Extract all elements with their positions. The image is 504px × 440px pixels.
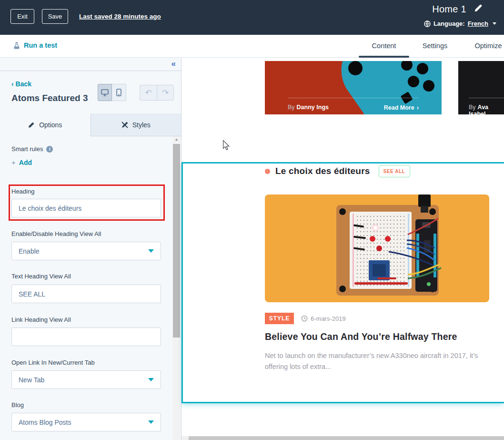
device-preview-toggle <box>98 84 126 101</box>
editor-topbar: Exit Save Last saved 28 minutes ago Home… <box>0 0 504 35</box>
editor-toolbar: Run a test Content Settings Optimize <box>0 35 504 58</box>
tab-styles[interactable]: Styles <box>91 113 181 136</box>
back-link[interactable]: ‹ Back <box>11 80 31 88</box>
language-selector[interactable]: Language: French <box>424 20 496 27</box>
post-date: 6-mars-2019 <box>301 315 346 322</box>
heading-input[interactable] <box>11 199 161 217</box>
desktop-icon <box>101 89 109 96</box>
category-tag[interactable]: STYLE <box>265 313 294 324</box>
last-saved-link[interactable]: Last saved 28 minutes ago <box>79 13 161 20</box>
redo-button[interactable]: ↷ <box>157 85 173 100</box>
link-view-all-input[interactable] <box>11 327 161 346</box>
see-all-button[interactable]: SEE ALL <box>379 165 410 177</box>
tab-settings[interactable]: Settings <box>423 42 447 50</box>
horizontal-scrollbar-thumb[interactable] <box>189 436 504 440</box>
sidebar-tabs: Options Styles <box>0 113 181 136</box>
ring-bullet-icon <box>265 169 270 174</box>
link-view-all-label: Link Heading View All <box>11 316 71 323</box>
post-title-link[interactable]: Believe You Can And You’re Halfway There <box>265 331 457 342</box>
chevron-down-icon <box>148 378 154 381</box>
sidebar-collapse-strip: « <box>0 58 181 71</box>
text-view-all-input[interactable] <box>11 285 161 303</box>
sidebar-scrollbar: ▲ <box>172 136 181 440</box>
clock-icon <box>301 315 308 322</box>
heading-field-label: Heading <box>11 188 34 195</box>
language-value[interactable]: French <box>468 20 488 27</box>
horizontal-scrollbar <box>181 436 504 440</box>
post-excerpt: Net to launch on the manufacturer’s new … <box>265 350 493 372</box>
undo-redo-group: ↶ ↷ <box>140 85 174 101</box>
tab-options[interactable]: Options <box>0 113 91 136</box>
chevron-right-icon: › <box>417 104 419 111</box>
globe-icon <box>424 20 431 27</box>
redo-icon: ↷ <box>162 88 169 98</box>
undo-button[interactable]: ↶ <box>140 85 157 100</box>
paintbrush-icon <box>121 122 128 128</box>
exit-button[interactable]: Exit <box>10 9 34 24</box>
pencil-icon <box>28 122 35 128</box>
mobile-icon <box>116 89 121 96</box>
section-title: Le choix des éditeurs <box>275 166 370 176</box>
plus-icon: + <box>11 158 16 166</box>
save-button[interactable]: Save <box>42 9 68 24</box>
module-title: Atoms Featured 3 <box>11 93 88 103</box>
undo-icon: ↶ <box>145 88 151 98</box>
post-byline: ByDanny Ings <box>288 104 329 111</box>
read-more-link[interactable]: Read More › <box>384 104 419 111</box>
tab-content[interactable]: Content <box>372 42 396 50</box>
flask-icon <box>13 42 20 49</box>
desktop-view-button[interactable] <box>98 84 112 101</box>
scroll-up-arrow-icon[interactable]: ▲ <box>172 137 181 142</box>
blog-select[interactable]: Atoms Blog Posts <box>11 413 161 431</box>
featured-post-card[interactable]: ByAva Isabel <box>458 61 504 114</box>
chevron-down-icon <box>493 22 496 25</box>
post-byline: ByAva Isabel <box>469 104 504 114</box>
add-smart-rule-button[interactable]: + Add <box>11 158 32 166</box>
run-test-link[interactable]: Run a test <box>13 41 57 49</box>
divider <box>469 98 504 98</box>
open-link-label: Open Link In New/Current Tab <box>11 359 95 366</box>
mobile-view-button[interactable] <box>112 84 126 101</box>
breadboard-electronics-image[interactable] <box>265 194 489 302</box>
divider <box>288 98 419 98</box>
enable-view-all-select[interactable]: Enable <box>11 242 161 260</box>
text-view-all-label: Text Heading View All <box>11 273 71 280</box>
module-editor-sidebar: « ‹ Back Atoms Featured 3 ↶ ↷ Options <box>0 58 181 440</box>
blog-label: Blog <box>11 401 24 409</box>
smart-rules-label: Smart rules i <box>11 145 53 153</box>
selected-module-editors-choice[interactable]: Le choix des éditeurs SEE ALL <box>181 162 504 403</box>
chevron-down-icon <box>148 420 154 424</box>
tab-optimize[interactable]: Optimize <box>474 42 502 50</box>
open-link-select[interactable]: New Tab <box>11 370 161 389</box>
edit-title-pencil-icon[interactable] <box>474 4 482 15</box>
run-test-label: Run a test <box>24 41 57 49</box>
page-preview-canvas: ByDanny Ings Read More › ByAva Isabel Le… <box>181 58 504 440</box>
enable-view-all-label: Enable/Disable Heading View All <box>11 230 101 237</box>
info-icon[interactable]: i <box>46 146 53 153</box>
featured-post-card[interactable]: ByDanny Ings Read More › <box>265 61 442 114</box>
page-title: Home 1 <box>432 4 466 15</box>
mouse-cursor <box>222 140 230 153</box>
language-label: Language: <box>433 20 465 27</box>
sidebar-scrollbar-thumb[interactable] <box>173 144 180 338</box>
collapse-sidebar-icon[interactable]: « <box>171 59 176 69</box>
chevron-down-icon <box>148 249 154 253</box>
